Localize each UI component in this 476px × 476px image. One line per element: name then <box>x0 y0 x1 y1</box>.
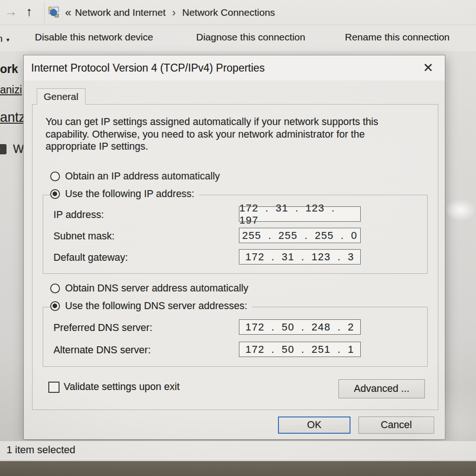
explorer-navbar: → ↑ « Network and Internet › Network Con… <box>0 0 476 25</box>
explorer-toolbar: n▾ Disable this network device Diagnose … <box>0 25 476 52</box>
checkbox-icon <box>48 382 60 393</box>
toolbar-overflow-fragment[interactable]: n▾ <box>0 33 9 44</box>
general-tab-panel: You can get IP settings assigned automat… <box>32 104 438 410</box>
dialog-titlebar: Internet Protocol Version 4 (TCP/IPv4) P… <box>24 55 445 80</box>
up-icon[interactable]: ↑ <box>26 6 33 18</box>
breadcrumb-item-network-connections[interactable]: Network Connections <box>182 7 275 18</box>
selection-count: 1 item selected <box>7 444 75 456</box>
background-fragment-wifi-item[interactable]: Wi <box>0 142 26 156</box>
toolbar-diagnose-connection[interactable]: Diagnose this connection <box>196 32 305 43</box>
subnet-mask-label: Subnet mask: <box>53 231 114 242</box>
ipv4-properties-dialog: Internet Protocol Version 4 (TCP/IPv4) P… <box>23 55 445 440</box>
alternate-dns-label: Alternate DNS server: <box>53 344 151 356</box>
desk-surface <box>0 461 476 476</box>
screen: → ↑ « Network and Internet › Network Con… <box>0 0 476 476</box>
preferred-dns-label: Preferred DNS server: <box>53 322 152 334</box>
breadcrumb-item-network-and-internet[interactable]: Network and Internet <box>75 7 165 18</box>
radio-label: Obtain an IP address automatically <box>65 171 220 182</box>
toolbar-disable-device[interactable]: Disable this network device <box>35 32 153 43</box>
cancel-button[interactable]: Cancel <box>358 416 434 434</box>
radio-use-following-dns[interactable]: Use the following DNS server addresses: <box>50 300 252 312</box>
network-icon <box>48 7 60 19</box>
background-fragment-connection-name[interactable]: antz <box>0 110 26 125</box>
radio-obtain-ip-automatically[interactable]: Obtain an IP address automatically <box>50 171 220 182</box>
ip-address-label: IP address: <box>53 209 104 221</box>
ip-address-input[interactable]: 172 . 31 . 123 . 197 <box>239 206 361 222</box>
radio-label: Use the following IP address: <box>65 188 194 200</box>
close-icon[interactable]: ✕ <box>419 59 437 77</box>
dialog-title: Internet Protocol Version 4 (TCP/IPv4) P… <box>31 62 264 74</box>
default-gateway-input[interactable]: 172 . 31 . 123 . 3 <box>239 249 361 264</box>
radio-button-icon <box>50 301 60 311</box>
radio-label: Use the following DNS server addresses: <box>65 300 247 312</box>
ok-button[interactable]: OK <box>278 416 350 434</box>
radio-obtain-dns-automatically[interactable]: Obtain DNS server address automatically <box>50 283 248 294</box>
tab-general[interactable]: General <box>37 88 86 105</box>
preferred-dns-input[interactable]: 172 . 50 . 248 . 2 <box>239 319 361 335</box>
default-gateway-label: Default gateway: <box>53 252 128 264</box>
chevron-down-icon: ▾ <box>7 36 10 43</box>
breadcrumb-separator-icon: › <box>172 7 176 19</box>
toolbar-rename-connection[interactable]: Rename this connection <box>345 32 450 43</box>
radio-button-icon <box>50 189 60 199</box>
background-fragment-heading: ork <box>0 62 18 76</box>
radio-button-icon <box>50 284 60 293</box>
intro-text: You can get IP settings assigned automat… <box>46 116 403 153</box>
alternate-dns-input[interactable]: 172 . 50 . 251 . 1 <box>239 342 361 357</box>
dns-groupbox <box>43 307 428 367</box>
advanced-button[interactable]: Advanced ... <box>338 379 425 398</box>
radio-use-following-ip[interactable]: Use the following IP address: <box>50 188 199 200</box>
validate-settings-checkbox[interactable]: Validate settings upon exit <box>48 381 179 393</box>
subnet-mask-input[interactable]: 255 . 255 . 255 . 0 <box>239 228 361 243</box>
breadcrumb-chevrons-icon[interactable]: « <box>65 6 70 19</box>
radio-label: Obtain DNS server address automatically <box>65 283 248 294</box>
address-bar[interactable]: « Network and Internet › Network Connect… <box>44 2 476 23</box>
checkbox-label: Validate settings upon exit <box>64 381 179 393</box>
forward-icon[interactable]: → <box>5 6 17 18</box>
status-bar: 1 item selected <box>0 441 476 458</box>
wifi-icon <box>0 144 7 154</box>
background-fragment-link[interactable]: anizi <box>0 84 22 96</box>
screen-glare <box>445 199 476 221</box>
radio-button-icon <box>50 172 60 181</box>
